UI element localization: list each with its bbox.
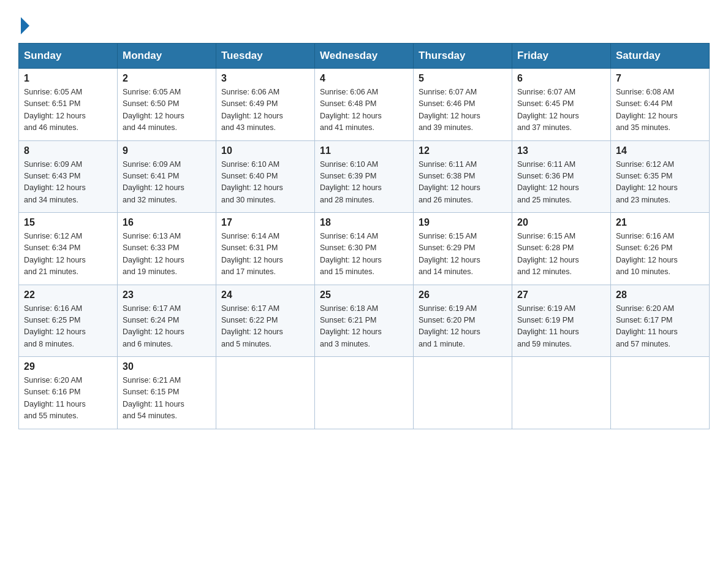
calendar-cell [216,357,315,429]
calendar-week-4: 22Sunrise: 6:16 AMSunset: 6:25 PMDayligh… [19,285,710,357]
day-number: 8 [24,145,112,156]
day-detail: Sunrise: 6:12 AMSunset: 6:35 PMDaylight:… [616,159,704,207]
logo-triangle-icon [21,17,29,34]
day-number: 23 [123,289,211,301]
day-detail: Sunrise: 6:05 AMSunset: 6:50 PMDaylight:… [123,86,211,134]
day-detail: Sunrise: 6:14 AMSunset: 6:30 PMDaylight:… [320,231,408,278]
day-detail: Sunrise: 6:17 AMSunset: 6:24 PMDaylight:… [123,303,211,351]
calendar-cell [611,357,710,429]
calendar-cell: 7Sunrise: 6:08 AMSunset: 6:44 PMDaylight… [611,69,710,141]
day-number: 10 [221,145,309,156]
calendar-cell: 30Sunrise: 6:21 AMSunset: 6:15 PMDayligh… [118,357,216,429]
calendar-cell: 21Sunrise: 6:16 AMSunset: 6:26 PMDayligh… [611,213,710,285]
day-detail: Sunrise: 6:13 AMSunset: 6:33 PMDaylight:… [123,231,211,278]
day-detail: Sunrise: 6:08 AMSunset: 6:44 PMDaylight:… [616,86,704,134]
day-number: 14 [616,145,704,156]
day-detail: Sunrise: 6:20 AMSunset: 6:17 PMDaylight:… [616,303,704,351]
header-thursday: Thursday [414,44,512,69]
calendar-cell: 17Sunrise: 6:14 AMSunset: 6:31 PMDayligh… [216,213,315,285]
day-detail: Sunrise: 6:06 AMSunset: 6:48 PMDaylight:… [320,86,408,134]
day-number: 29 [24,361,112,372]
header-saturday: Saturday [611,44,710,69]
calendar-cell: 6Sunrise: 6:07 AMSunset: 6:45 PMDaylight… [512,69,611,141]
day-number: 3 [221,73,309,84]
calendar-header-row: SundayMondayTuesdayWednesdayThursdayFrid… [19,44,710,69]
day-detail: Sunrise: 6:07 AMSunset: 6:45 PMDaylight:… [517,86,605,134]
day-detail: Sunrise: 6:19 AMSunset: 6:20 PMDaylight:… [419,303,507,351]
day-detail: Sunrise: 6:19 AMSunset: 6:19 PMDaylight:… [517,303,605,351]
day-number: 2 [123,73,211,84]
day-number: 24 [221,289,309,301]
day-number: 12 [419,145,507,156]
calendar-cell: 24Sunrise: 6:17 AMSunset: 6:22 PMDayligh… [216,285,315,357]
day-number: 4 [320,73,408,84]
day-number: 1 [24,73,112,84]
day-number: 25 [320,289,408,301]
day-number: 20 [517,217,605,228]
day-detail: Sunrise: 6:21 AMSunset: 6:15 PMDaylight:… [123,375,211,423]
day-number: 11 [320,145,408,156]
day-detail: Sunrise: 6:16 AMSunset: 6:26 PMDaylight:… [616,231,704,278]
day-detail: Sunrise: 6:12 AMSunset: 6:34 PMDaylight:… [24,231,112,278]
calendar-week-5: 29Sunrise: 6:20 AMSunset: 6:16 PMDayligh… [19,357,710,429]
day-number: 7 [616,73,704,84]
day-number: 18 [320,217,408,228]
day-number: 30 [123,361,211,372]
calendar-week-2: 8Sunrise: 6:09 AMSunset: 6:43 PMDaylight… [19,140,710,213]
calendar-cell: 9Sunrise: 6:09 AMSunset: 6:41 PMDaylight… [118,140,216,213]
calendar-cell: 5Sunrise: 6:07 AMSunset: 6:46 PMDaylight… [414,69,512,141]
calendar-week-1: 1Sunrise: 6:05 AMSunset: 6:51 PMDaylight… [19,69,710,141]
calendar-cell: 11Sunrise: 6:10 AMSunset: 6:39 PMDayligh… [315,140,414,213]
day-detail: Sunrise: 6:15 AMSunset: 6:28 PMDaylight:… [517,231,605,278]
day-number: 28 [616,289,704,301]
calendar-cell: 16Sunrise: 6:13 AMSunset: 6:33 PMDayligh… [118,213,216,285]
calendar-table: SundayMondayTuesdayWednesdayThursdayFrid… [18,43,710,429]
day-number: 21 [616,217,704,228]
day-detail: Sunrise: 6:16 AMSunset: 6:25 PMDaylight:… [24,303,112,351]
calendar-cell: 18Sunrise: 6:14 AMSunset: 6:30 PMDayligh… [315,213,414,285]
calendar-cell: 27Sunrise: 6:19 AMSunset: 6:19 PMDayligh… [512,285,611,357]
header-monday: Monday [118,44,216,69]
header-tuesday: Tuesday [216,44,315,69]
header-sunday: Sunday [19,44,118,69]
calendar-week-3: 15Sunrise: 6:12 AMSunset: 6:34 PMDayligh… [19,213,710,285]
day-number: 26 [419,289,507,301]
calendar-cell: 3Sunrise: 6:06 AMSunset: 6:49 PMDaylight… [216,69,315,141]
day-number: 19 [419,217,507,228]
day-detail: Sunrise: 6:20 AMSunset: 6:16 PMDaylight:… [24,375,112,423]
calendar-cell: 13Sunrise: 6:11 AMSunset: 6:36 PMDayligh… [512,140,611,213]
day-detail: Sunrise: 6:15 AMSunset: 6:29 PMDaylight:… [419,231,507,278]
day-number: 17 [221,217,309,228]
day-number: 5 [419,73,507,84]
day-number: 6 [517,73,605,84]
day-number: 9 [123,145,211,156]
calendar-cell: 8Sunrise: 6:09 AMSunset: 6:43 PMDaylight… [19,140,118,213]
calendar-cell [512,357,611,429]
day-detail: Sunrise: 6:11 AMSunset: 6:36 PMDaylight:… [517,159,605,207]
calendar-cell [315,357,414,429]
calendar-cell: 22Sunrise: 6:16 AMSunset: 6:25 PMDayligh… [19,285,118,357]
page-header [18,12,710,32]
day-detail: Sunrise: 6:09 AMSunset: 6:43 PMDaylight:… [24,159,112,207]
logo [18,16,29,32]
day-detail: Sunrise: 6:05 AMSunset: 6:51 PMDaylight:… [24,86,112,134]
calendar-cell: 15Sunrise: 6:12 AMSunset: 6:34 PMDayligh… [19,213,118,285]
day-detail: Sunrise: 6:06 AMSunset: 6:49 PMDaylight:… [221,86,309,134]
calendar-cell: 10Sunrise: 6:10 AMSunset: 6:40 PMDayligh… [216,140,315,213]
day-number: 22 [24,289,112,301]
day-detail: Sunrise: 6:10 AMSunset: 6:39 PMDaylight:… [320,159,408,207]
calendar-cell: 26Sunrise: 6:19 AMSunset: 6:20 PMDayligh… [414,285,512,357]
calendar-cell: 28Sunrise: 6:20 AMSunset: 6:17 PMDayligh… [611,285,710,357]
calendar-cell: 14Sunrise: 6:12 AMSunset: 6:35 PMDayligh… [611,140,710,213]
day-detail: Sunrise: 6:11 AMSunset: 6:38 PMDaylight:… [419,159,507,207]
day-number: 27 [517,289,605,301]
day-number: 16 [123,217,211,228]
day-detail: Sunrise: 6:17 AMSunset: 6:22 PMDaylight:… [221,303,309,351]
day-detail: Sunrise: 6:10 AMSunset: 6:40 PMDaylight:… [221,159,309,207]
day-number: 13 [517,145,605,156]
calendar-cell: 29Sunrise: 6:20 AMSunset: 6:16 PMDayligh… [19,357,118,429]
calendar-cell: 12Sunrise: 6:11 AMSunset: 6:38 PMDayligh… [414,140,512,213]
day-detail: Sunrise: 6:09 AMSunset: 6:41 PMDaylight:… [123,159,211,207]
header-friday: Friday [512,44,611,69]
day-detail: Sunrise: 6:14 AMSunset: 6:31 PMDaylight:… [221,231,309,278]
